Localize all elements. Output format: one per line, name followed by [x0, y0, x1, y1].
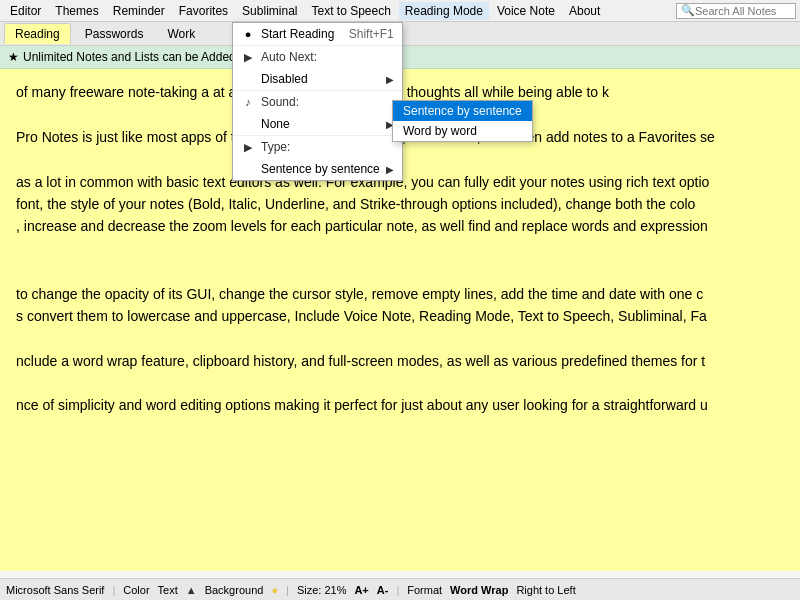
- circle-icon: ●: [241, 28, 255, 40]
- menu-text-to-speech[interactable]: Text to Speech: [305, 2, 396, 20]
- content-para6: to change the opacity of its GUI, change…: [16, 283, 784, 305]
- menu-subliminal[interactable]: Subliminal: [236, 2, 303, 20]
- content-para7: s convert them to lowercase and uppercas…: [16, 305, 784, 327]
- sound-icon: ♪: [241, 96, 255, 108]
- start-reading-shortcut: Shift+F1: [349, 27, 394, 41]
- search-input[interactable]: [695, 5, 791, 17]
- type-value-item[interactable]: Sentence by sentence ▶: [233, 158, 402, 180]
- content-para4: font, the style of your notes (Bold, Ita…: [16, 193, 784, 215]
- sound-value: None: [261, 117, 380, 131]
- type-submenu-arrow: ▶: [386, 164, 394, 175]
- search-icon: 🔍: [681, 4, 695, 17]
- text-color-dot: ▲: [186, 584, 197, 596]
- sound-label: Sound:: [261, 95, 299, 109]
- sentence-by-sentence-item[interactable]: Sentence by sentence: [393, 101, 532, 121]
- statusbar: Microsoft Sans Serif | Color Text ▲ Back…: [0, 578, 800, 600]
- auto-next-section: ▶ Auto Next:: [233, 45, 402, 68]
- auto-next-label: Auto Next:: [261, 50, 317, 64]
- text-label: Text: [158, 584, 178, 596]
- content-para5: , increase and decrease the zoom levels …: [16, 215, 784, 237]
- sound-section: ♪ Sound:: [233, 90, 402, 113]
- tab-passwords[interactable]: Passwords: [75, 24, 154, 44]
- word-by-word-item[interactable]: Word by word: [393, 121, 532, 141]
- type-icon: ▶: [241, 141, 255, 154]
- auto-next-icon: ▶: [241, 51, 255, 64]
- color-label[interactable]: Color: [123, 584, 149, 596]
- menu-reminder[interactable]: Reminder: [107, 2, 171, 20]
- wordwrap-label[interactable]: Word Wrap: [450, 584, 508, 596]
- menu-editor[interactable]: Editor: [4, 2, 47, 20]
- auto-next-value: Disabled: [261, 72, 380, 86]
- bg-color-dot: ●: [271, 584, 278, 596]
- reading-mode-dropdown: ● Start Reading Shift+F1 ▶ Auto Next: Di…: [232, 22, 403, 181]
- content-para8: nclude a word wrap feature, clipboard hi…: [16, 350, 784, 372]
- type-label: Type:: [261, 140, 290, 154]
- format-label[interactable]: Format: [407, 584, 442, 596]
- search-box[interactable]: 🔍: [676, 3, 796, 19]
- tab-reading[interactable]: Reading: [4, 23, 71, 44]
- auto-next-value-item[interactable]: Disabled ▶: [233, 68, 402, 90]
- start-reading-label: Start Reading: [261, 27, 343, 41]
- size-increase-button[interactable]: A+: [354, 584, 368, 596]
- content-para9: nce of simplicity and word editing optio…: [16, 394, 784, 416]
- rtl-label[interactable]: Right to Left: [516, 584, 575, 596]
- type-value: Sentence by sentence: [261, 162, 380, 176]
- menu-about[interactable]: About: [563, 2, 606, 20]
- size-label: Size: 21%: [297, 584, 347, 596]
- size-decrease-button[interactable]: A-: [377, 584, 389, 596]
- font-name: Microsoft Sans Serif: [6, 584, 104, 596]
- menubar: Editor Themes Reminder Favorites Sublimi…: [0, 0, 800, 22]
- type-section: ▶ Type:: [233, 135, 402, 158]
- menu-reading-mode[interactable]: Reading Mode: [399, 2, 489, 20]
- sound-value-item[interactable]: None ▶: [233, 113, 402, 135]
- menu-themes[interactable]: Themes: [49, 2, 104, 20]
- start-reading-item[interactable]: ● Start Reading Shift+F1: [233, 23, 402, 45]
- type-subdropdown: Sentence by sentence Word by word: [392, 100, 533, 142]
- background-label: Background: [205, 584, 264, 596]
- tab-work[interactable]: Work: [157, 24, 205, 44]
- auto-next-submenu-arrow: ▶: [386, 74, 394, 85]
- banner-icon: ★: [8, 50, 19, 64]
- menu-favorites[interactable]: Favorites: [173, 2, 234, 20]
- menu-voice-note[interactable]: Voice Note: [491, 2, 561, 20]
- banner-text: Unlimited Notes and Lists can be Added!: [23, 50, 239, 64]
